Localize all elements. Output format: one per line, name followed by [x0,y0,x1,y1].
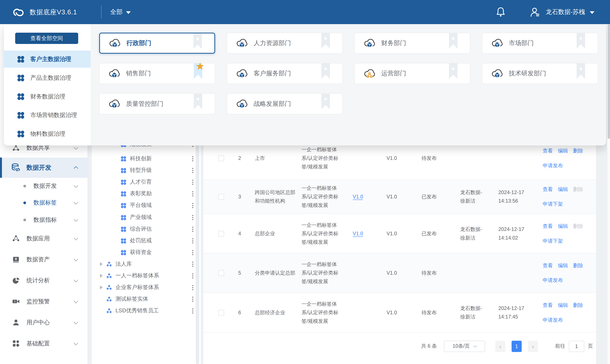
space-item-marketing-gov[interactable]: 市场营销数据治理 [7,106,88,124]
dept-card-admin[interactable]: 行政部门 ★ [99,33,215,54]
more-menu-icon[interactable]: ⋮ [190,168,195,172]
more-menu-icon[interactable]: ⋮ [190,180,195,184]
row-checkbox[interactable] [218,270,224,276]
row-checkbox[interactable] [218,156,224,161]
page-scrollbar[interactable] [607,24,610,364]
current-page-button[interactable]: 1 [512,340,522,352]
dept-card-strategy[interactable]: 战略发展部门 ★ [227,93,343,114]
sidebar-subitem-data-metric[interactable]: 数据指标 [0,212,88,227]
view-link[interactable]: 查看 [543,185,553,194]
delete-link[interactable]: 删除 [573,261,583,270]
dept-card-sales[interactable]: 销售部门 ★ [99,63,215,84]
publish-request-link[interactable]: 申请发布 [543,161,563,170]
space-item-material-gov[interactable]: 物料数据治理 [7,125,88,143]
space-item-finance-gov[interactable]: 财务数据治理 [7,88,88,105]
page-size-select[interactable]: 10条/页 [444,340,485,352]
more-menu-icon[interactable]: ⋮ [190,297,195,301]
sidebar-item-base-config[interactable]: 基础配置 [0,335,88,352]
favorite-ribbon[interactable]: ★ [193,34,202,49]
view-link[interactable]: 查看 [543,301,553,309]
more-menu-icon[interactable]: ⋮ [190,309,195,313]
sidebar-item-user-center[interactable]: 用户中心 [0,314,88,331]
tree-tag-item[interactable]: 人才引育 ⋮ [92,176,195,188]
delete-link[interactable]: 删除 [573,147,583,155]
space-item-customer-mdm[interactable]: 客户主数据治理 [4,51,91,68]
edit-link[interactable]: 编辑 [558,147,568,155]
expand-caret-icon[interactable] [100,274,103,278]
row-checkbox[interactable] [218,231,224,236]
scrollbar-thumb[interactable] [608,24,610,139]
notification-bell-icon[interactable] [496,7,505,17]
space-item-product-mdm[interactable]: 产品主数据治理 [7,69,88,86]
sidebar-item-data-app[interactable]: 数据应用 [0,230,88,247]
more-menu-icon[interactable]: ⋮ [190,239,195,243]
row-checkbox[interactable] [218,310,224,315]
more-menu-icon[interactable]: ⋮ [190,157,195,161]
sidebar-item-data-dev[interactable]: 数据开发 [0,157,88,178]
tree-tag-item[interactable]: 处罚惩戒 ⋮ [92,235,195,247]
sidebar-item-data-asset[interactable]: ¥ 数据资产 [0,251,88,268]
more-menu-icon[interactable]: ⋮ [190,286,195,289]
tree-library-item[interactable]: 一人一档标签体系 ⋮ [92,270,195,282]
favorite-ribbon[interactable]: ★ [576,33,585,49]
goto-page-input[interactable] [569,340,584,352]
next-page-button[interactable]: › [528,340,538,352]
published-version-link[interactable]: V1.0 [353,230,363,237]
tree-tag-item[interactable]: 产业领域 ⋮ [92,211,195,223]
more-menu-icon[interactable]: ⋮ [190,274,195,278]
tree-tag-item[interactable]: 平台领域 ⋮ [92,199,195,211]
edit-link[interactable]: 编辑 [558,222,568,231]
prev-page-button[interactable]: ‹ [495,340,505,352]
view-all-spaces-button[interactable]: 查看全部空间 [15,33,78,44]
favorite-ribbon[interactable]: ★ [576,63,585,79]
unpublish-request-link[interactable]: 申请下架 [543,200,563,208]
user-avatar-icon[interactable] [529,7,540,17]
tree-tag-item[interactable]: 转型升级 ⋮ [92,165,195,176]
more-menu-icon[interactable]: ⋮ [190,215,195,219]
publish-request-link[interactable]: 申请发布 [543,276,563,285]
dept-card-operations[interactable]: 运营部门 ★ [354,63,470,84]
view-link[interactable]: 查看 [543,222,553,231]
tree-library-item[interactable]: LSD优秀销售员工 ⋮ [92,305,195,317]
tree-library-item[interactable]: 测试标签实体 ⋮ [92,293,195,305]
more-menu-icon[interactable]: ⋮ [190,262,195,266]
dept-card-finance[interactable]: 财务部门 ★ [354,33,470,54]
favorite-ribbon[interactable]: ★ [449,33,457,49]
delete-link[interactable]: 删除 [573,301,583,309]
edit-link[interactable]: 编辑 [558,185,568,194]
favorite-ribbon[interactable]: ★ [194,94,202,109]
sidebar-subitem-data-dev[interactable]: 数据开发 [0,178,88,194]
more-menu-icon[interactable]: ⋮ [190,192,195,196]
unpublish-request-link[interactable]: 申请下架 [543,237,563,245]
favorite-ribbon[interactable]: ★ [321,94,330,109]
edit-link[interactable]: 编辑 [558,301,568,309]
more-menu-icon[interactable]: ⋮ [190,250,195,254]
favorite-ribbon[interactable]: ★ [321,63,330,79]
dept-card-hr[interactable]: 人力资源部门 ★ [227,33,343,54]
dept-card-rnd[interactable]: 技术研发部门 ★ [482,63,598,84]
publish-request-link[interactable]: 申请发布 [543,316,563,324]
dept-card-market[interactable]: 市场部门 ★ [482,33,598,54]
edit-link[interactable]: 编辑 [558,261,568,270]
tree-tag-item[interactable]: 综合评估 ⋮ [92,223,195,235]
view-link[interactable]: 查看 [543,147,553,155]
sidebar-item-monitor[interactable]: ! 监控预警 [0,293,88,310]
expand-caret-icon[interactable] [100,286,103,289]
more-menu-icon[interactable]: ⋮ [190,227,195,231]
tree-tag-item[interactable]: 表彰奖励 ⋮ [92,188,195,199]
view-link[interactable]: 查看 [543,261,553,270]
more-menu-icon[interactable]: ⋮ [190,203,195,207]
tree-tag-item[interactable]: 获得资金 ⋮ [92,247,195,258]
tree-library-item[interactable]: 企业客户标签体系 ⋮ [92,282,195,293]
dept-card-customer-service[interactable]: 客户服务部门 ★ [227,63,343,84]
dept-card-quality[interactable]: 质量管控部门 ★ [99,93,215,114]
expand-caret-icon[interactable] [100,262,103,266]
published-version-link[interactable]: V1.0 [353,194,363,200]
sidebar-subitem-data-tag[interactable]: 数据标签 [0,195,88,210]
favorite-ribbon[interactable]: ★ [321,33,330,49]
favorite-ribbon[interactable]: ★ [449,63,457,79]
scope-selector[interactable]: 全部 [110,8,131,16]
user-name[interactable]: 龙石数据-苏槐 [546,8,585,16]
sidebar-item-stats[interactable]: 统计分析 [0,272,88,289]
tree-library-item[interactable]: 法人库 ⋮ [92,258,195,270]
